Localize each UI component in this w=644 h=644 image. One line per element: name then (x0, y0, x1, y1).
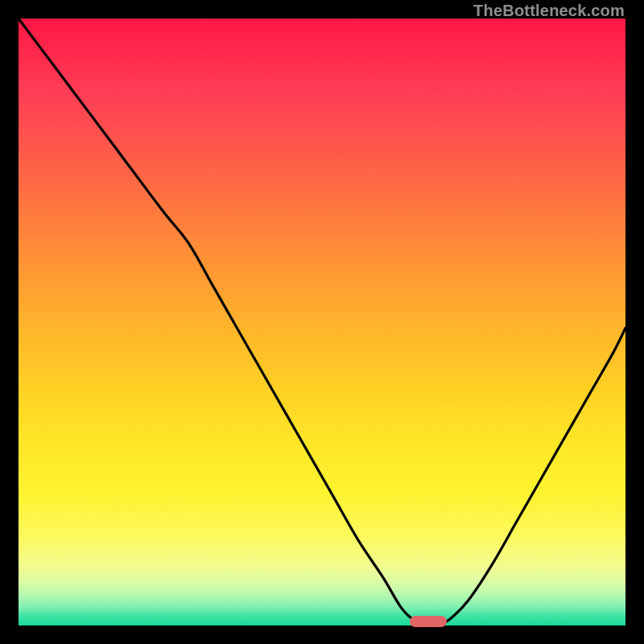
optimal-marker (410, 616, 446, 627)
chart-frame: TheBottleneck.com (0, 0, 644, 644)
watermark-text: TheBottleneck.com (473, 2, 625, 20)
plot-area (19, 19, 625, 625)
bottleneck-curve (19, 19, 625, 625)
